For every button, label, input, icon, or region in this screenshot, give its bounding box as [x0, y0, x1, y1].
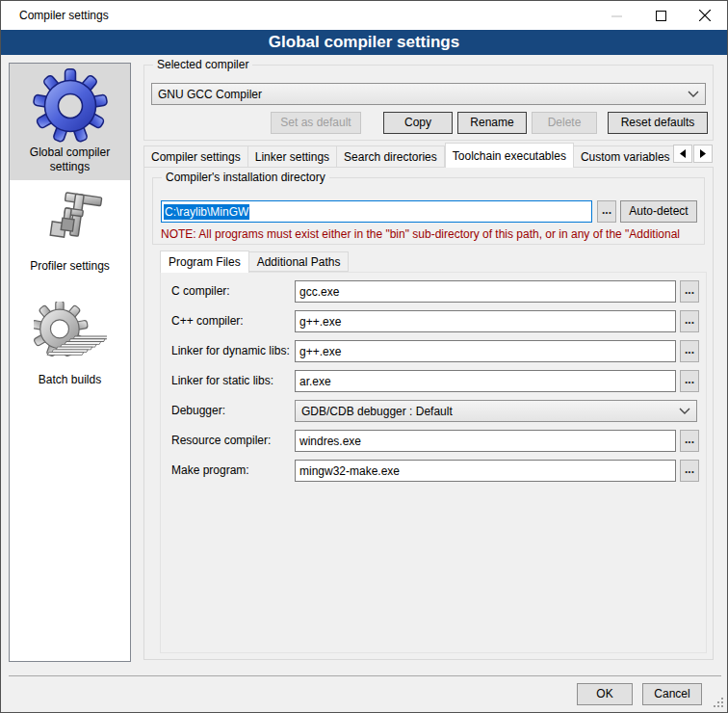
sidebar-item-label: Batch builds: [10, 371, 130, 393]
resource-compiler-browse-button[interactable]: ...: [680, 430, 699, 452]
c-compiler-browse-button[interactable]: ...: [680, 280, 699, 303]
auto-detect-button[interactable]: Auto-detect: [620, 200, 697, 223]
debugger-select[interactable]: GDB/CDB debugger : Default: [295, 400, 697, 422]
sidebar-item-batch-builds[interactable]: Batch builds: [10, 288, 130, 402]
tab-linker-settings[interactable]: Linker settings: [248, 145, 337, 168]
tab-scroll-buttons: [672, 145, 713, 163]
ok-button[interactable]: OK: [577, 683, 633, 705]
cpp-compiler-input[interactable]: [295, 310, 676, 332]
tab-compiler-settings[interactable]: Compiler settings: [143, 145, 248, 168]
c-compiler-input[interactable]: [295, 280, 676, 303]
settings-tabs: Compiler settings Linker settings Search…: [143, 142, 675, 168]
chevron-down-icon: [688, 91, 699, 98]
dynamic-linker-input[interactable]: [295, 340, 676, 362]
tab-custom-variables[interactable]: Custom variables: [574, 145, 675, 168]
cancel-button[interactable]: Cancel: [642, 683, 702, 705]
resource-compiler-input[interactable]: [295, 430, 676, 452]
delete-button[interactable]: Delete: [532, 112, 597, 134]
make-program-label: Make program:: [171, 463, 249, 477]
sidebar-item-profiler-settings[interactable]: Profiler settings: [10, 180, 130, 288]
program-subtabs: Program Files Additional Paths: [160, 251, 349, 272]
selected-compiler-group-label: Selected compiler: [153, 58, 252, 71]
minimize-icon: [611, 11, 622, 21]
cpp-compiler-label: C++ compiler:: [171, 314, 244, 328]
sidebar-item-global-compiler-settings[interactable]: Global compiler settings: [10, 64, 130, 180]
footer-divider: [9, 675, 721, 676]
debugger-label: Debugger:: [171, 404, 225, 417]
subtab-program-files[interactable]: Program Files: [160, 251, 249, 273]
install-dir-selected-text: C:\raylib\MinGW: [164, 204, 249, 220]
installation-directory-group-label: Compiler's installation directory: [162, 171, 329, 184]
static-linker-input[interactable]: [295, 370, 676, 392]
window-title: Compiler settings: [1, 9, 109, 22]
compiler-settings-dialog: Compiler settings Global compiler settin…: [0, 0, 728, 713]
rename-button[interactable]: Rename: [457, 112, 527, 134]
close-icon: [699, 10, 711, 21]
left-arrow-icon: [679, 149, 687, 158]
gear-stack-icon: [34, 302, 107, 371]
static-linker-browse-button[interactable]: ...: [680, 370, 699, 392]
chevron-down-icon: [679, 408, 690, 415]
maximize-icon: [656, 11, 666, 21]
dynamic-linker-label: Linker for dynamic libs:: [171, 344, 290, 357]
copy-button[interactable]: Copy: [383, 112, 453, 134]
close-button[interactable]: [683, 1, 727, 30]
browse-install-dir-button[interactable]: ...: [597, 200, 616, 223]
compiler-select[interactable]: GNU GCC Compiler: [151, 83, 706, 105]
sidebar-item-label: Global compiler settings: [10, 144, 130, 180]
note-text: NOTE: All programs must exist either in …: [161, 227, 698, 241]
debugger-select-value: GDB/CDB debugger : Default: [301, 405, 675, 418]
tab-scroll-right-button[interactable]: [693, 145, 713, 163]
compiler-select-value: GNU GCC Compiler: [158, 88, 684, 101]
make-program-browse-button[interactable]: ...: [680, 460, 699, 482]
tab-search-directories[interactable]: Search directories: [337, 145, 445, 168]
page-title: Global compiler settings: [1, 30, 727, 55]
window-controls: [594, 1, 727, 30]
subtab-additional-paths[interactable]: Additional Paths: [249, 251, 350, 272]
make-program-input[interactable]: [295, 460, 676, 482]
install-dir-input[interactable]: C:\raylib\MinGW: [161, 200, 592, 223]
static-linker-label: Linker for static libs:: [171, 374, 273, 387]
gear-blue-icon: [33, 68, 108, 144]
toolchain-executables-panel: Compiler's installation directory C:\ray…: [143, 167, 714, 660]
titlebar: Compiler settings: [1, 1, 727, 30]
cpp-compiler-browse-button[interactable]: ...: [680, 310, 699, 332]
dynamic-linker-browse-button[interactable]: ...: [680, 340, 699, 362]
caliper-icon: [36, 188, 105, 257]
installation-directory-group: Compiler's installation directory C:\ray…: [152, 177, 705, 245]
right-arrow-icon: [699, 149, 707, 158]
minimize-button[interactable]: [594, 1, 638, 30]
reset-defaults-button[interactable]: Reset defaults: [608, 112, 708, 134]
resize-grip[interactable]: [713, 698, 724, 709]
sidebar-item-label: Profiler settings: [10, 257, 130, 279]
resource-compiler-label: Resource compiler:: [171, 434, 271, 447]
set-as-default-button[interactable]: Set as default: [271, 112, 361, 134]
tab-scroll-left-button[interactable]: [673, 145, 692, 163]
settings-category-list: Global compiler settings Profiler: [9, 63, 131, 662]
maximize-button[interactable]: [638, 1, 683, 30]
c-compiler-label: C compiler:: [171, 284, 230, 298]
tab-toolchain-executables[interactable]: Toolchain executables: [445, 143, 574, 168]
